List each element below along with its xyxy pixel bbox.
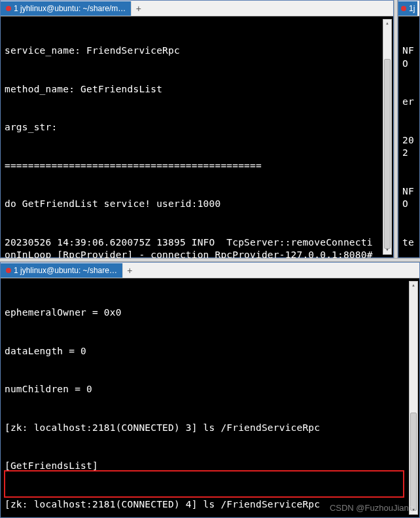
new-tab-button[interactable]: + [131, 1, 145, 16]
term-line: args_str: [5, 121, 376, 134]
term-line: NFO [402, 185, 415, 211]
scrollbar[interactable]: ▴ ▾ [383, 19, 392, 255]
tab-title: 1j [409, 4, 415, 13]
term-line: [zk: localhost:2181(CONNECTED) 3] ls /Fr… [5, 422, 402, 435]
term-line: er [402, 96, 415, 109]
terminal-output-top-right[interactable]: NFO er 202 NFO te 015 zoo 202 NFO Id= rp… [398, 16, 419, 258]
term-line: numChildren = 0 [5, 383, 402, 396]
terminal-pane-top-right: 1j NFO er 202 NFO te 015 zoo 202 NFO Id=… [398, 0, 420, 258]
scrollbar-thumb[interactable] [410, 413, 417, 511]
terminal-pane-top-left: 1 jyhlinux@ubuntu: ~/share/m… + service_… [0, 0, 394, 258]
new-tab-button[interactable]: + [122, 263, 137, 278]
tab-close-icon[interactable] [6, 268, 11, 273]
scroll-up-icon[interactable]: ▴ [411, 282, 416, 289]
tabbar: 1j [398, 1, 419, 16]
scroll-down-icon[interactable]: ▾ [385, 246, 390, 254]
term-line: ========================================… [5, 160, 376, 173]
tab-title: 1 jyhlinux@ubuntu: ~/share… [14, 266, 117, 275]
tab-top-left[interactable]: 1 jyhlinux@ubuntu: ~/share/m… [1, 1, 131, 16]
term-line: NFO [402, 45, 415, 70]
tab-bottom[interactable]: 1 jyhlinux@ubuntu: ~/share… [1, 263, 122, 278]
highlight-box [4, 470, 404, 498]
scrollbar[interactable]: ▴ ▾ [409, 281, 418, 515]
tabbar: 1 jyhlinux@ubuntu: ~/share/m… + [1, 1, 393, 16]
scroll-down-icon[interactable]: ▾ [411, 506, 416, 514]
tab-close-icon[interactable] [6, 6, 11, 11]
tab-title: 1 jyhlinux@ubuntu: ~/share/m… [14, 4, 126, 13]
scroll-up-icon[interactable]: ▴ [385, 20, 390, 28]
term-line: service_name: FriendServiceRpc [5, 45, 376, 58]
tab-close-icon[interactable] [401, 6, 406, 11]
tab-top-right[interactable]: 1j [398, 1, 417, 16]
term-line: do GetFriendList service! userid:1000 [5, 198, 376, 211]
term-line: [zk: localhost:2181(CONNECTED) 4] ls /Fr… [5, 498, 402, 511]
term-line: dataLength = 0 [5, 345, 402, 358]
term-line: ephemeralOwner = 0x0 [5, 306, 402, 320]
scrollbar-thumb[interactable] [384, 59, 391, 249]
tabbar: 1 jyhlinux@ubuntu: ~/share… + [1, 263, 419, 278]
term-line: te [402, 236, 415, 250]
term-line: 202 [402, 134, 415, 160]
term-line: method_name: GetFriendsList [5, 83, 376, 96]
